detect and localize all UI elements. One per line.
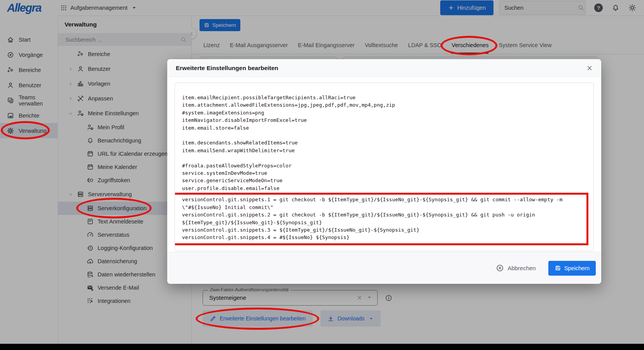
- config-textarea[interactable]: item.emailRecipient.possibleTargetRecipi…: [175, 83, 594, 251]
- close-icon[interactable]: [586, 65, 593, 71]
- save-button-modal-label: Speichern: [564, 265, 590, 271]
- cancel-button-label: Abbrechen: [508, 265, 536, 271]
- save-icon: [555, 265, 561, 271]
- circle-x-icon: [496, 264, 504, 272]
- bottom-black-bar: [0, 344, 644, 350]
- config-plain-text: item.emailRecipient.possibleTargetRecipi…: [182, 94, 586, 192]
- modal-body: item.emailRecipient.possibleTargetRecipi…: [167, 77, 601, 252]
- modal-header: Erweiterte Einstellungen bearbeiten: [167, 59, 601, 77]
- annotation-rect-config-highlight: versionControl.git.snippets.1 = git chec…: [175, 193, 588, 245]
- config-highlighted-text: versionControl.git.snippets.1 = git chec…: [182, 196, 586, 241]
- app-screen: Allegra Aufgabenmanagement Hinzufügen ? …: [0, 0, 644, 350]
- modal-title: Erweiterte Einstellungen bearbeiten: [176, 65, 278, 72]
- cancel-button[interactable]: Abbrechen: [494, 264, 538, 273]
- advanced-settings-modal: Erweiterte Einstellungen bearbeiten item…: [167, 59, 601, 284]
- save-button-modal[interactable]: Speichern: [548, 261, 596, 276]
- modal-footer: Abbrechen Speichern: [167, 252, 601, 284]
